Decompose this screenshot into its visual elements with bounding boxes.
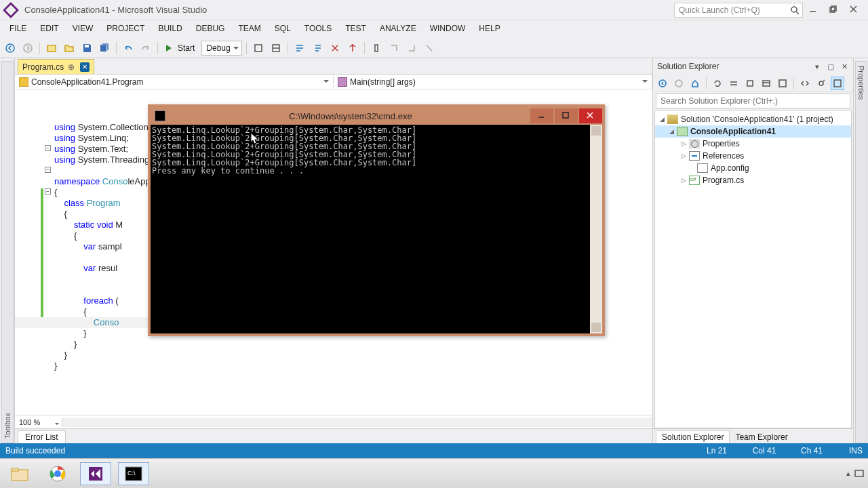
restore-button[interactable] [825, 3, 844, 18]
save-all-button[interactable] [97, 41, 112, 56]
cmd-scrollbar[interactable] [590, 125, 602, 333]
panel-close-icon[interactable]: ✕ [840, 62, 849, 71]
cmd-window[interactable]: C:\Windows\system32\cmd.exe System.Linq.… [148, 104, 605, 336]
fold-toggle[interactable]: − [45, 188, 51, 195]
panel-pin-icon[interactable]: ▢ [826, 62, 835, 71]
taskbar-visual-studio[interactable] [80, 462, 111, 485]
menu-view[interactable]: VIEW [66, 20, 100, 38]
menu-file[interactable]: FILE [3, 20, 33, 38]
menu-build[interactable]: BUILD [151, 20, 189, 38]
svg-rect-13 [375, 45, 378, 52]
toolbar-icon[interactable] [369, 41, 384, 56]
tree-label: Properties [703, 139, 740, 148]
cmd-title-bar[interactable]: C:\Windows\system32\cmd.exe [151, 107, 602, 125]
action-center-icon[interactable] [854, 469, 864, 479]
tree-programcs-node[interactable]: ▷Program.cs [655, 174, 851, 186]
pin-icon[interactable]: ⊕ [68, 62, 75, 72]
sln-view-code-button[interactable] [798, 77, 812, 90]
menu-debug[interactable]: DEBUG [189, 20, 232, 38]
sln-sync-button[interactable] [727, 77, 741, 90]
taskbar-chrome[interactable] [42, 462, 73, 485]
toolbar-icon[interactable] [387, 41, 401, 56]
horizontal-scrollbar[interactable] [62, 418, 652, 427]
toolbar-icon[interactable] [251, 41, 266, 56]
menu-tools[interactable]: TOOLS [298, 20, 338, 38]
menu-analyze[interactable]: ANALYZE [373, 20, 423, 38]
menu-sql[interactable]: SQL [268, 20, 298, 38]
tab-close-icon[interactable]: ✕ [80, 62, 90, 72]
tree-properties-node[interactable]: ▷Properties [655, 138, 851, 150]
nav-fwd-button[interactable] [20, 41, 35, 56]
menu-team[interactable]: TEAM [231, 20, 267, 38]
tree-label: Program.cs [703, 176, 744, 185]
uncomment-button[interactable] [310, 41, 325, 56]
toolbar-icon[interactable] [269, 41, 283, 56]
nav-back-button[interactable] [3, 41, 18, 56]
cmd-maximize-button[interactable] [555, 108, 578, 123]
solution-config-dropdown[interactable]: Debug [201, 41, 241, 56]
menu-help[interactable]: HELP [472, 20, 507, 38]
document-tab-program-cs[interactable]: Program.cs ⊕ ✕ [18, 59, 94, 74]
sln-properties-wrench-button[interactable] [814, 77, 828, 90]
tree-label: Solution 'ConsoleApplication41' (1 proje… [681, 115, 833, 124]
start-debug-button[interactable]: Start [162, 41, 199, 56]
svg-point-15 [675, 80, 682, 87]
sln-showall-button[interactable] [760, 77, 773, 90]
taskbar-explorer[interactable] [4, 462, 35, 485]
fold-toggle[interactable]: − [45, 167, 51, 173]
svg-rect-9 [47, 45, 56, 52]
toolbar-icon[interactable] [328, 41, 342, 56]
toolbar-icon[interactable] [404, 41, 419, 56]
sln-properties-button[interactable] [776, 77, 789, 90]
tree-appconfig-node[interactable]: App.config [655, 162, 851, 174]
member-nav-dropdown[interactable]: Main(string[] args) [334, 75, 652, 89]
undo-button[interactable] [121, 41, 136, 56]
tree-references-node[interactable]: ▷References [655, 150, 851, 162]
menu-edit[interactable]: EDIT [33, 20, 65, 38]
toolbox-rail[interactable]: Toolbox [0, 58, 15, 443]
sln-search-input[interactable] [656, 94, 850, 108]
tree-project-node[interactable]: ◢ConsoleApplication41 [655, 125, 851, 138]
menu-project[interactable]: PROJECT [100, 20, 151, 38]
cmd-minimize-button[interactable] [530, 108, 553, 123]
scroll-down-icon[interactable] [591, 323, 601, 332]
svg-point-7 [6, 44, 14, 52]
sln-preview-button[interactable] [831, 77, 844, 90]
solution-tree[interactable]: ◢Solution 'ConsoleApplication41' (1 proj… [654, 110, 852, 428]
sln-back-button[interactable] [656, 77, 669, 90]
zoom-dropdown[interactable]: 100 % [15, 418, 62, 426]
cmd-system-icon[interactable] [155, 110, 165, 121]
sln-home-button[interactable] [688, 77, 702, 90]
taskbar-cmd[interactable]: C:\ [118, 462, 149, 485]
new-project-button[interactable] [44, 41, 59, 56]
menu-window[interactable]: WINDOW [423, 20, 473, 38]
comment-button[interactable] [292, 41, 307, 56]
open-file-button[interactable] [62, 41, 77, 56]
svg-point-24 [54, 470, 61, 477]
cmd-close-button[interactable] [579, 108, 602, 123]
panel-dropdown-icon[interactable]: ▾ [812, 62, 822, 71]
sln-fwd-button[interactable] [672, 77, 686, 90]
fold-toggle[interactable]: − [45, 145, 51, 151]
quick-launch-input[interactable]: Quick Launch (Ctrl+Q) [674, 3, 803, 18]
toolbar-icon[interactable] [422, 41, 437, 56]
properties-rail[interactable]: Properties [853, 58, 868, 443]
error-list-panel-tab[interactable]: Error List [15, 428, 652, 443]
svg-rect-18 [779, 80, 786, 87]
scroll-up-icon[interactable] [591, 126, 601, 136]
save-button[interactable] [79, 41, 94, 56]
tab-solution-explorer[interactable]: Solution Explorer [656, 430, 730, 443]
minimize-button[interactable] [804, 3, 823, 18]
toolbar-icon[interactable] [345, 41, 360, 56]
tree-solution-node[interactable]: ◢Solution 'ConsoleApplication41' (1 proj… [655, 113, 851, 125]
close-button[interactable] [845, 3, 864, 18]
menu-test[interactable]: TEST [338, 20, 373, 38]
system-tray[interactable]: ▴ [846, 469, 864, 479]
sln-collapse-button[interactable] [743, 77, 757, 90]
type-nav-dropdown[interactable]: ConsoleApplication41.Program [15, 75, 334, 89]
main-toolbar: Start Debug [0, 38, 868, 58]
tray-chevron-icon[interactable]: ▴ [846, 469, 850, 478]
redo-button[interactable] [138, 41, 153, 56]
tab-team-explorer[interactable]: Team Explorer [730, 431, 793, 443]
sln-refresh-button[interactable] [711, 77, 724, 90]
